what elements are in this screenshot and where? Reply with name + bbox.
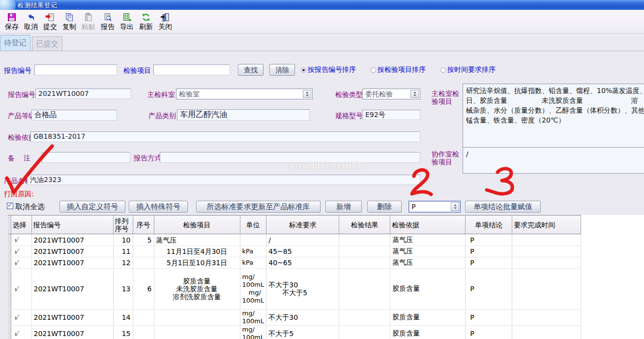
report-icon: [103, 12, 113, 22]
column-header-basis[interactable]: 检验依据: [390, 216, 466, 234]
cell-result: [339, 326, 390, 339]
tab-pending[interactable]: 待登记: [0, 35, 30, 51]
grade-input[interactable]: 合格品: [31, 110, 117, 121]
cell-standard: 40~65: [266, 257, 339, 269]
table-row[interactable]: √2021WT10007136胶质含量 未洗胶质含量 溶剂洗胶质含量mg/ 10…: [8, 269, 581, 309]
cell-basis: 蒸气压: [390, 246, 466, 257]
uncheck-all-checkbox[interactable]: [7, 203, 13, 209]
cell-report_no: 2021WT10007: [31, 257, 113, 269]
cell-checked[interactable]: √: [11, 246, 31, 257]
table-row[interactable]: √2021WT100071111月1日至4月30日kPa45~85蒸气压P: [8, 246, 581, 257]
cell-basis: 蒸气压: [390, 257, 466, 269]
cell-seq: 5: [133, 234, 154, 246]
cell-basis: 胶质含量: [390, 326, 466, 339]
cell-standard: 不大于30: [266, 309, 339, 326]
batch-assign-button[interactable]: 单项结论批量赋值: [465, 201, 541, 213]
table-row[interactable]: √2021WT10007125月1日至10月31日kPa40~65蒸气压P: [8, 257, 581, 269]
table-row[interactable]: √2021WT1000715mg/ 100mL不大于5胶质含量P: [8, 326, 581, 339]
cell-unit: kPa: [240, 257, 266, 269]
radio-icon[interactable]: [301, 67, 306, 73]
toolbar-button-submit[interactable]: 提交: [41, 11, 59, 32]
undo-icon: [26, 12, 36, 22]
column-header-seq[interactable]: 序号: [133, 216, 154, 234]
delete-button[interactable]: 删除: [367, 201, 402, 213]
tab-submitted[interactable]: 已提交: [32, 36, 62, 51]
column-header-report_no[interactable]: 报告编号: [31, 216, 113, 234]
insert-custom-symbol-button[interactable]: 插入自定义符号: [59, 201, 125, 213]
cell-conclusion: P: [466, 234, 512, 246]
remark-input[interactable]: [42, 152, 130, 163]
spec-input[interactable]: E92号: [362, 110, 420, 120]
cell-checked[interactable]: √: [11, 269, 31, 309]
cell-sort_no: 10: [113, 234, 133, 246]
cell-deadline: [512, 234, 581, 246]
toolbar-button-save[interactable]: 保存: [2, 11, 21, 32]
column-header-deadline[interactable]: 要求完成时间: [512, 216, 581, 234]
category-label: 产品类别: [148, 112, 176, 121]
toolbar-button-cancel[interactable]: 取消: [22, 11, 40, 32]
search-report-no-label: 报告编号: [4, 66, 31, 75]
cell-deadline: [512, 326, 581, 339]
toolbar-button-report[interactable]: 报告: [98, 11, 117, 32]
spinner-icon[interactable]: [410, 90, 419, 98]
find-button[interactable]: 查找: [238, 64, 263, 76]
cell-result: [339, 246, 390, 257]
column-header-item[interactable]: 检验项目: [154, 216, 240, 234]
report-no-input[interactable]: 2021WT10007: [35, 89, 131, 99]
category-input[interactable]: 车用乙醇汽油: [177, 109, 310, 121]
cell-deadline: [512, 246, 581, 257]
radio-icon[interactable]: [371, 67, 376, 73]
cell-unit: kPa: [240, 246, 266, 257]
cell-result: [339, 234, 390, 246]
cell-report_no: 2021WT10007: [31, 326, 113, 339]
main-dept-select[interactable]: 检验室: [176, 89, 313, 99]
app-logo-icon: [0, 0, 16, 10]
search-item-input[interactable]: [153, 64, 230, 75]
insert-special-symbol-button[interactable]: 插入特殊符号: [129, 201, 188, 213]
remark-label: 备 注: [8, 154, 31, 163]
column-header-sort_no[interactable]: 排列 序号: [113, 216, 133, 234]
column-header-checked[interactable]: 选择: [11, 216, 31, 234]
coop-items-textarea[interactable]: /: [463, 147, 644, 174]
test-type-select[interactable]: 委托检验: [362, 89, 420, 99]
cell-checked[interactable]: √: [11, 326, 31, 339]
basis-input[interactable]: GB18351-2017: [30, 131, 420, 142]
cell-deadline: [512, 257, 581, 269]
table-row[interactable]: √2021WT1000714mg/ 100mL不大于30胶质含量P: [8, 309, 581, 326]
conclusion-select[interactable]: P: [409, 201, 461, 213]
watermark: www.pHome.NET: [288, 161, 362, 170]
column-header-conclusion[interactable]: 单项结论: [466, 216, 512, 234]
main-items-textarea[interactable]: 研究法辛烷值、抗爆指数、铅含量、馏程、10%蒸发温度、50%蒸 日、胶质含量 未…: [463, 84, 644, 148]
search-report-no-input[interactable]: [34, 64, 117, 75]
toolbar-button-copy[interactable]: 复制: [60, 11, 79, 32]
cell-deadline: [512, 309, 581, 326]
clear-button[interactable]: 清除: [269, 64, 295, 76]
cell-checked[interactable]: √: [11, 257, 31, 269]
product-name-input[interactable]: 汽油2323: [27, 175, 420, 185]
submit-icon: [45, 12, 55, 22]
spinner-icon[interactable]: [451, 202, 459, 211]
toolbar-button-export[interactable]: 导出: [117, 11, 136, 32]
cell-seq: [133, 246, 154, 257]
refresh-icon: [141, 12, 151, 22]
column-header-unit[interactable]: 单位: [240, 216, 266, 234]
add-button[interactable]: 新增: [325, 201, 362, 213]
update-standard-button[interactable]: 所选标准要求更新至产品标准库: [196, 201, 321, 213]
cell-checked[interactable]: √: [11, 234, 31, 246]
toolbar-button-close[interactable]: 关闭: [156, 11, 175, 32]
table-row[interactable]: √2021WT10007105蒸气压/蒸气压P: [8, 234, 581, 246]
radio-icon[interactable]: [440, 67, 446, 73]
cell-checked[interactable]: √: [11, 309, 31, 326]
sort-option-2[interactable]: 按时间要求排序: [440, 65, 496, 74]
sort-option-1[interactable]: 按检验项目排序: [371, 65, 426, 74]
spinner-icon[interactable]: [303, 90, 311, 98]
report-method-label: 报告方式: [134, 154, 161, 163]
cell-sort_no: 12: [113, 257, 133, 269]
cell-seq: [133, 257, 154, 269]
cell-standard: 45~85: [266, 246, 339, 257]
column-header-standard[interactable]: 标准要求: [266, 216, 339, 234]
sort-option-0[interactable]: 按报告编号排序: [301, 65, 356, 74]
column-header-result[interactable]: 检验结果: [339, 216, 390, 234]
toolbar-button-refresh[interactable]: 刷新: [137, 11, 155, 32]
cell-report_no: 2021WT10007: [31, 309, 113, 326]
